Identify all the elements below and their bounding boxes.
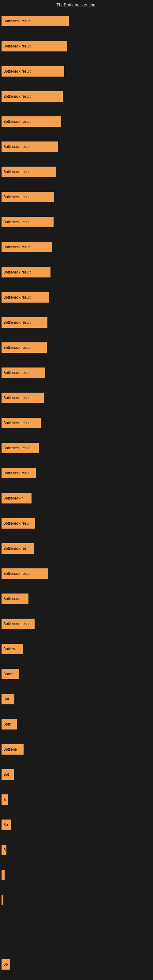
bar-row: Bottleneck result	[2, 116, 61, 127]
bar: Bottleneck result	[2, 116, 61, 127]
bar: Bottleneck result	[2, 242, 52, 252]
bar-row: Bottlene	[2, 744, 24, 755]
bar-row: Bottleneck result	[2, 66, 64, 76]
bar: Bottleneck result	[2, 292, 49, 302]
bar-row: Bottleneck result	[2, 342, 47, 353]
bar: Bottleneck result	[2, 16, 69, 26]
bar-row: Bottleneck resu	[2, 468, 36, 478]
bar-row: Bot	[2, 694, 14, 705]
bar: Bottleneck result	[2, 443, 39, 453]
bar-row: Bot	[2, 769, 14, 780]
bar: Bottleneck result	[2, 418, 41, 428]
bar-row: Bottleneck resu	[2, 619, 35, 629]
bar-row: Bottl	[2, 719, 17, 730]
bar: Bottleneck result	[2, 568, 48, 579]
bar-row: Bo	[2, 819, 11, 830]
bar: B	[2, 794, 8, 805]
bar-row: Bottleneck result	[2, 568, 48, 579]
bar-row: Bottlen	[2, 644, 23, 654]
bar: Bottleneck res	[2, 543, 33, 554]
bar: Bottleneck result	[2, 368, 45, 378]
bar: Bottleneck result	[2, 217, 54, 227]
bar-row: Bottleneck result	[2, 418, 41, 428]
bar: Bo	[2, 959, 10, 970]
bar: Bottleneck result	[2, 91, 63, 102]
bar: B	[2, 845, 6, 855]
bar: Bottleneck result	[2, 267, 51, 277]
bar-row: Bo	[2, 959, 10, 970]
bar: Bottlene	[2, 744, 24, 755]
bar-row: Bottleneck result	[2, 317, 48, 328]
bar-row: Bottleneck r	[2, 493, 32, 503]
bar-row: Bottleneck resu	[2, 518, 35, 528]
bar: Bottleneck r	[2, 493, 32, 503]
bar-row: B	[2, 794, 8, 805]
bar: Bottle	[2, 669, 19, 679]
bar: Bo	[2, 819, 11, 830]
bar: Bot	[2, 769, 14, 780]
bar: Bot	[2, 694, 14, 705]
bar: Bottleneck resu	[2, 468, 36, 478]
bar	[2, 895, 3, 905]
bar-row: Bottleneck result	[2, 242, 52, 252]
bar: Bottl	[2, 719, 17, 730]
bar-row: Bottleneck result	[2, 167, 56, 177]
bar-row: Bottleneck result	[2, 368, 45, 378]
bar-row: Bottleneck result	[2, 267, 51, 277]
bar-row: Bottleneck result	[2, 292, 49, 302]
bar-row: Bottleneck result	[2, 192, 54, 202]
bar: Bottleneck result	[2, 167, 56, 177]
bar-row: Bottleneck result	[2, 217, 54, 227]
bar: Bottleneck result	[2, 317, 48, 328]
bar-row	[2, 895, 3, 905]
bar: Bottleneck resu	[2, 619, 35, 629]
bar: Bottleneck resu	[2, 518, 35, 528]
bar-row: Bottleneck result	[2, 41, 67, 51]
bar-row: Bottleneck result	[2, 16, 69, 26]
bar: Bottleneck result	[2, 342, 47, 353]
bar-row: Bottleneck result	[2, 91, 63, 102]
bar: Bottleneck result	[2, 142, 58, 152]
bar: Bottleneck	[2, 593, 29, 604]
bar-row	[2, 870, 5, 880]
bar-row: B	[2, 845, 6, 855]
bar-row: Bottle	[2, 669, 19, 679]
bar: Bottleneck result	[2, 393, 44, 403]
bar: Bottleneck result	[2, 192, 54, 202]
bar-row: Bottleneck result	[2, 393, 44, 403]
bar: Bottleneck result	[2, 66, 64, 76]
bar: Bottlen	[2, 644, 23, 654]
bar-row: Bottleneck res	[2, 543, 33, 554]
bar-row: Bottleneck result	[2, 142, 58, 152]
site-title: TheBottlenecker.com	[0, 0, 153, 10]
bar	[2, 870, 5, 880]
bar-row: Bottleneck	[2, 593, 29, 604]
bar: Bottleneck result	[2, 41, 67, 51]
bar-row: Bottleneck result	[2, 443, 39, 453]
